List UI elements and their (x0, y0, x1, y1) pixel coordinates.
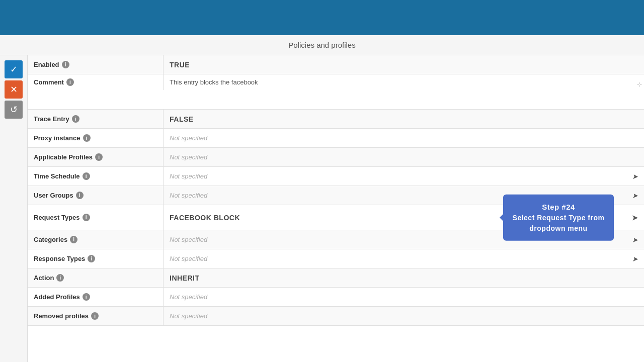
field-label-categories: Categories i (28, 230, 164, 249)
field-label-response-types: Response Types i (28, 249, 164, 268)
field-value-response-types: Not specified ➤ (164, 249, 644, 268)
field-label-enabled: Enabled i (28, 55, 164, 74)
field-row-removed-profiles: Removed profiles i Not specified (28, 307, 644, 326)
field-label-comment: Comment i (28, 74, 164, 90)
cancel-button[interactable]: ✕ (5, 80, 23, 99)
field-label-removed-profiles: Removed profiles i (28, 307, 164, 325)
nav-arrow-response-types[interactable]: ➤ (632, 255, 638, 263)
info-icon-trace-entry[interactable]: i (72, 115, 79, 123)
info-icon-user-groups[interactable]: i (76, 192, 84, 199)
info-icon-comment[interactable]: i (66, 78, 74, 86)
field-value-removed-profiles: Not specified (164, 307, 644, 325)
info-icon-removed-profiles[interactable]: i (91, 312, 99, 320)
field-row-enabled: Enabled i TRUE (28, 55, 644, 74)
info-icon-time-schedule[interactable]: i (83, 172, 90, 180)
field-label-applicable-profiles: Applicable Profiles i (28, 148, 164, 166)
field-value-time-schedule: Not specified ➤ (164, 167, 644, 186)
field-row-response-types: Response Types i Not specified ➤ (28, 249, 644, 268)
nav-arrow-user-groups[interactable]: ➤ (632, 192, 638, 200)
info-icon-action[interactable]: i (56, 274, 64, 282)
field-row-action: Action i INHERIT (28, 268, 644, 288)
callout-step: Step #24 (512, 201, 605, 213)
callout-text: Select Request Type fromdropdown menu (512, 213, 605, 234)
nav-arrow-categories[interactable]: ➤ (632, 236, 638, 244)
nav-arrow-time-schedule[interactable]: ➤ (632, 172, 638, 180)
info-icon-categories[interactable]: i (70, 236, 77, 243)
nav-arrow-request-types[interactable]: ➤ (632, 214, 638, 222)
field-value-added-profiles: Not specified (164, 288, 644, 306)
field-value-request-types: FACEBOOK BLOCK ➤ Step #24 Select Request… (164, 205, 644, 230)
sub-header: Policies and profiles (0, 35, 644, 55)
content-area: Enabled i TRUE Comment i This entry bloc… (28, 55, 644, 362)
field-row-proxy-instance: Proxy instance i Not specified (28, 129, 644, 148)
sidebar: ✓ ✕ ↺ (0, 55, 28, 362)
field-value-trace-entry: FALSE (164, 110, 644, 128)
field-value-comment: This entry blocks the facebook ⊹ (164, 74, 644, 90)
info-icon-response-types[interactable]: i (88, 255, 95, 262)
field-label-trace-entry: Trace Entry i (28, 110, 164, 128)
reset-button[interactable]: ↺ (5, 101, 23, 119)
field-label-time-schedule: Time Schedule i (28, 167, 164, 186)
info-icon-applicable-profiles[interactable]: i (95, 153, 103, 161)
field-value-proxy-instance: Not specified (164, 129, 644, 147)
field-label-proxy-instance: Proxy instance i (28, 129, 164, 147)
field-row-added-profiles: Added Profiles i Not specified (28, 288, 644, 307)
resize-handle-icon: ⊹ (637, 81, 642, 88)
field-value-enabled: TRUE (164, 55, 644, 74)
field-row-request-types: Request Types i FACEBOOK BLOCK ➤ Step #2… (28, 205, 644, 230)
save-button[interactable]: ✓ (5, 60, 23, 78)
field-label-request-types: Request Types i (28, 205, 164, 230)
info-icon-request-types[interactable]: i (83, 214, 90, 221)
field-row-time-schedule: Time Schedule i Not specified ➤ (28, 167, 644, 186)
field-label-action: Action i (28, 268, 164, 287)
info-icon-enabled[interactable]: i (62, 61, 69, 68)
field-value-applicable-profiles: Not specified (164, 148, 644, 166)
callout-box: Step #24 Select Request Type fromdropdow… (503, 194, 614, 241)
field-row-comment: Comment i This entry blocks the facebook… (28, 74, 644, 110)
field-row-applicable-profiles: Applicable Profiles i Not specified (28, 148, 644, 167)
info-icon-added-profiles[interactable]: i (83, 293, 90, 301)
callout-container: Step #24 Select Request Type fromdropdow… (503, 194, 614, 241)
top-bar (0, 0, 644, 35)
field-value-action: INHERIT (164, 268, 644, 287)
page-title: Policies and profiles (288, 41, 355, 49)
field-row-trace-entry: Trace Entry i FALSE (28, 110, 644, 129)
info-icon-proxy-instance[interactable]: i (83, 134, 91, 142)
field-label-user-groups: User Groups i (28, 186, 164, 205)
field-label-added-profiles: Added Profiles i (28, 288, 164, 306)
